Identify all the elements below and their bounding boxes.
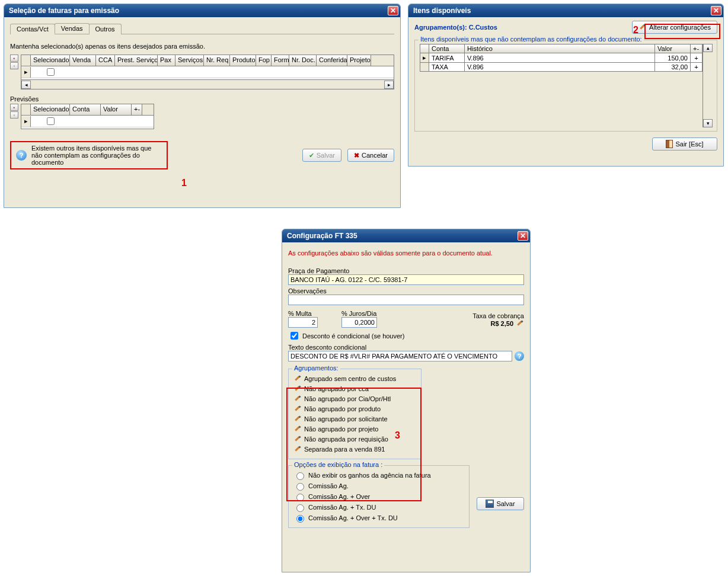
annotation-3: 3 <box>395 430 400 441</box>
col-nrdoc[interactable]: Nr. Doc. <box>289 55 317 66</box>
col-conta[interactable]: Conta <box>429 44 465 53</box>
window-title: Configuração FT 335 <box>287 232 357 240</box>
table-row[interactable]: ▸ <box>21 116 154 127</box>
scroll-up-icon[interactable]: ▴ <box>703 44 713 52</box>
opcao-radio-0[interactable]: Não exibir os ganhos da agência na fatur… <box>293 471 464 480</box>
radio-input[interactable] <box>296 483 304 491</box>
row-checkbox[interactable] <box>47 117 55 125</box>
window-titlebar: Itens disponíveis ✕ <box>408 4 723 17</box>
obs-label: Observações <box>288 287 524 295</box>
col-conferida[interactable]: Conferida <box>317 55 347 66</box>
previsoes-gutter: ▪ ▫ <box>10 104 20 129</box>
previsoes-label: Previsões <box>10 95 394 103</box>
window-titlebar: Seleção de faturas para emissão ✕ <box>4 4 400 17</box>
alterar-config-button[interactable]: Alterar configurações <box>632 21 717 34</box>
praca-input[interactable] <box>288 274 524 285</box>
col-conta[interactable]: Conta <box>70 104 101 115</box>
col-pm[interactable]: +- <box>691 44 703 53</box>
scroll-right-icon[interactable]: ▸ <box>384 81 394 89</box>
multa-input[interactable] <box>288 317 318 328</box>
pencil-icon <box>293 385 302 393</box>
opcao-radio-2[interactable]: Comissão Ag. + Over <box>293 492 464 501</box>
juros-input[interactable] <box>341 317 377 328</box>
taxa-label: Taxa de cobrança <box>472 312 524 319</box>
agrupamento-link-2[interactable]: Não agrupado por Cia/Opr/Htl <box>293 395 416 403</box>
row-indicator-icon: ▸ <box>21 116 31 127</box>
agrupamento-link-7[interactable]: Separada para a venda 891 <box>293 445 416 453</box>
agrupamento-link-3[interactable]: Não agrupado por produto <box>293 405 416 413</box>
opcao-radio-4[interactable]: Comissão Ag. + Over + Tx. DU <box>293 513 464 523</box>
select-all-button[interactable]: ▪ <box>10 55 18 62</box>
annotation-1: 1 <box>181 178 187 188</box>
close-icon[interactable]: ✕ <box>518 231 528 241</box>
window-title: Seleção de faturas para emissão <box>9 7 119 15</box>
table-row[interactable]: TAXA V.896 32,00 + <box>420 63 703 72</box>
pencil-icon <box>293 415 302 423</box>
exit-button[interactable]: Sair [Esc] <box>652 137 717 151</box>
pencil-icon <box>638 23 647 31</box>
horizontal-scrollbar[interactable]: ◂ ▸ <box>21 79 394 89</box>
help-icon[interactable]: ? <box>515 351 524 361</box>
close-icon[interactable]: ✕ <box>711 6 721 15</box>
close-icon[interactable]: ✕ <box>388 6 398 15</box>
col-venda[interactable]: Venda <box>70 55 96 66</box>
edit-taxa-icon[interactable] <box>516 319 524 328</box>
radio-input[interactable] <box>296 472 304 480</box>
tab-contas[interactable]: Contas/Vct <box>10 24 55 34</box>
items-table: Conta Histórico Valor +- ▸ TARIFA V.896 … <box>420 44 703 72</box>
pencil-icon <box>293 435 302 443</box>
scroll-left-icon[interactable]: ◂ <box>21 81 31 89</box>
col-produto[interactable]: Produto <box>230 55 256 66</box>
check-icon: ✔ <box>309 152 314 159</box>
row-indicator-icon <box>420 63 429 72</box>
agrupamento-link-4[interactable]: Não agrupado por solicitante <box>293 415 416 423</box>
scroll-down-icon[interactable]: ▾ <box>703 119 713 127</box>
agrupamento-link-1[interactable]: Não agrupado por cca <box>293 385 416 393</box>
table-row[interactable]: ▸ TARIFA V.896 150,00 + <box>420 53 703 63</box>
desconto-checkbox[interactable] <box>290 332 298 340</box>
pencil-icon <box>293 445 302 453</box>
vertical-scrollbar[interactable]: ▴ ▾ <box>703 44 712 127</box>
pencil-icon <box>293 425 302 433</box>
col-servicos[interactable]: Serviços <box>175 55 204 66</box>
desconto-label: Desconto é condicional (se houver) <box>302 332 404 340</box>
pencil-icon <box>293 375 302 383</box>
door-icon <box>666 140 673 148</box>
table-row[interactable]: ▸ <box>21 66 394 78</box>
row-checkbox[interactable] <box>47 68 55 76</box>
radio-input[interactable] <box>296 515 304 523</box>
pencil-icon <box>293 395 302 403</box>
agrup-legend: Agrupamentos: <box>292 364 340 372</box>
previsoes-deselect-all[interactable]: ▫ <box>10 111 18 119</box>
row-indicator-icon: ▸ <box>420 53 429 63</box>
col-valor[interactable]: Valor <box>655 44 691 53</box>
opcao-radio-3[interactable]: Comissão Ag. + Tx. DU <box>293 503 464 512</box>
x-icon: ✖ <box>354 152 359 159</box>
col-valor[interactable]: Valor <box>101 104 132 115</box>
col-pm[interactable]: +- <box>132 104 142 115</box>
row-indicator-icon: ▸ <box>21 67 31 78</box>
texto-desc-input[interactable] <box>288 351 512 361</box>
tab-outros[interactable]: Outros <box>89 24 122 34</box>
col-selecionado-2[interactable]: Selecionado <box>31 104 70 115</box>
radio-input[interactable] <box>296 504 304 512</box>
col-prest[interactable]: Prest. Serviços <box>115 55 158 66</box>
col-nrreq[interactable]: Nr. Req <box>204 55 230 66</box>
obs-input[interactable] <box>288 295 524 305</box>
cancel-button[interactable]: ✖ Cancelar <box>347 149 394 162</box>
col-form[interactable]: Form <box>272 55 289 66</box>
save-button[interactable]: Salvar <box>477 497 524 510</box>
previsoes-select-all[interactable]: ▪ <box>10 104 18 111</box>
col-projeto[interactable]: Projeto <box>347 55 371 66</box>
deselect-all-button[interactable]: ▫ <box>10 62 18 69</box>
opcao-radio-1[interactable]: Comissão Ag. <box>293 481 464 491</box>
annotation-2: 2 <box>633 25 638 36</box>
col-selecionado[interactable]: Selecionado <box>31 55 70 66</box>
col-historico[interactable]: Histórico <box>465 44 655 53</box>
col-cca[interactable]: CCA <box>96 55 115 66</box>
radio-input[interactable] <box>296 494 304 501</box>
tab-vendas[interactable]: Vendas <box>55 23 90 34</box>
agrupamento-link-0[interactable]: Agrupado sem centro de custos <box>293 375 416 383</box>
col-fop[interactable]: Fop <box>256 55 272 66</box>
col-pax[interactable]: Pax <box>158 55 175 66</box>
